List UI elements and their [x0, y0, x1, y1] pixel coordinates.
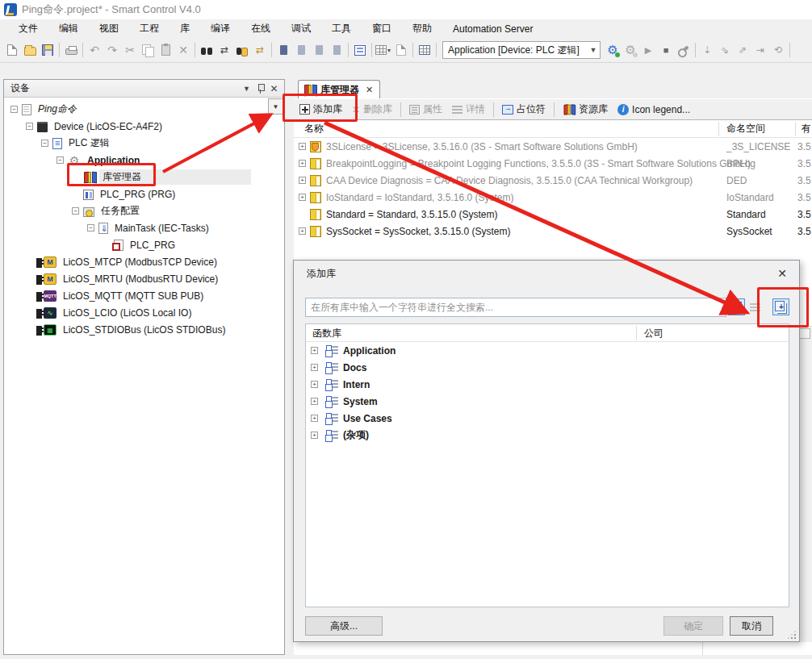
- print-icon[interactable]: [62, 41, 80, 59]
- clear-bookmarks-icon[interactable]: [328, 41, 345, 59]
- copy-icon[interactable]: [139, 41, 157, 59]
- library-row[interactable]: + CAA Device Diagnosis = CAA Device Diag…: [294, 172, 812, 189]
- flat-view-button[interactable]: [747, 298, 764, 315]
- grid-dropdown-icon[interactable]: ▼: [375, 41, 392, 59]
- next-bookmark-icon[interactable]: [310, 41, 328, 59]
- tree-view-toggle-button[interactable]: [728, 298, 745, 315]
- menu-view[interactable]: 视图: [89, 19, 129, 38]
- menu-file[interactable]: 文件: [8, 19, 48, 38]
- tree-item-task-config[interactable]: − 任务配置: [4, 202, 284, 219]
- tree-item-plc-logic[interactable]: − PLC 逻辑: [4, 135, 284, 152]
- column-effective-version[interactable]: 有: [802, 122, 811, 136]
- repository-button[interactable]: 资源库: [559, 101, 612, 118]
- logout-icon[interactable]: ⚙: [622, 41, 639, 59]
- menu-window[interactable]: 窗口: [362, 19, 402, 38]
- new-project-icon[interactable]: [3, 41, 21, 59]
- collapse-icon[interactable]: −: [87, 224, 94, 231]
- column-divider[interactable]: [636, 326, 637, 340]
- tree-quick-select-button[interactable]: ▼: [268, 98, 283, 115]
- save-icon[interactable]: [39, 41, 57, 59]
- column-library[interactable]: 函数库: [312, 327, 341, 340]
- step-into-icon[interactable]: ⇘: [716, 41, 734, 59]
- expand-icon[interactable]: +: [311, 347, 318, 354]
- expand-icon[interactable]: +: [311, 398, 318, 405]
- run-to-cursor-icon[interactable]: ⇥: [751, 41, 769, 59]
- column-divider[interactable]: [795, 122, 796, 136]
- tree-item-plc-prg-call[interactable]: PLC_PRG: [4, 236, 284, 253]
- column-name[interactable]: 名称: [304, 122, 324, 136]
- application-selector[interactable]: Application [Device: PLC 逻辑] ▼: [442, 41, 601, 59]
- expand-icon[interactable]: +: [299, 194, 306, 201]
- expand-icon[interactable]: +: [311, 415, 318, 422]
- menu-project[interactable]: 工程: [129, 19, 170, 38]
- expand-icon[interactable]: +: [311, 432, 318, 439]
- properties-list-icon[interactable]: [351, 41, 369, 59]
- undo-icon[interactable]: ↶: [86, 41, 103, 59]
- menu-online[interactable]: 在线: [241, 19, 281, 38]
- category-row-intern[interactable]: + Intern: [306, 376, 789, 393]
- dialog-close-icon[interactable]: ✕: [773, 265, 791, 282]
- close-icon[interactable]: ✕: [267, 81, 281, 95]
- panel-dropdown-icon[interactable]: ▼: [240, 81, 253, 95]
- menu-help[interactable]: 帮助: [402, 19, 442, 38]
- chevron-down-icon[interactable]: ▼: [587, 46, 600, 54]
- tree-item-maintask[interactable]: − MainTask (IEC-Tasks): [4, 219, 284, 236]
- pin-icon[interactable]: [253, 81, 267, 95]
- category-row-misc[interactable]: + (杂项): [306, 427, 789, 444]
- group-by-category-button[interactable]: [772, 298, 789, 315]
- build-icon[interactable]: [416, 41, 433, 59]
- cancel-button[interactable]: 取消: [730, 616, 773, 636]
- menu-automation-server[interactable]: Automation Server: [442, 21, 543, 37]
- library-row[interactable]: + 3SLicense = 3SLicense, 3.5.16.0 (3S - …: [294, 138, 812, 155]
- column-namespace[interactable]: 命名空间: [726, 122, 765, 136]
- collapse-icon[interactable]: −: [57, 156, 64, 164]
- dialog-title-bar[interactable]: 添加库 ✕: [294, 261, 799, 286]
- advanced-button[interactable]: 高级...: [305, 616, 383, 636]
- category-row-application[interactable]: + Application: [306, 342, 789, 359]
- paste-icon[interactable]: [157, 41, 174, 59]
- expand-icon[interactable]: +: [299, 143, 306, 150]
- start-icon[interactable]: ▶: [639, 41, 657, 59]
- delete-library-button[interactable]: ✕ 删除库: [348, 101, 396, 118]
- tree-item-licos-stdiobus[interactable]: ▦ LicOS_STDIOBus (LicOS STDIOBus): [4, 321, 284, 338]
- step-over-icon[interactable]: ⇣: [698, 41, 716, 59]
- library-row[interactable]: + IoStandard = IoStandard, 3.5.16.0 (Sys…: [294, 189, 812, 206]
- tree-item-project[interactable]: − Ping命令: [4, 101, 284, 118]
- collapse-icon[interactable]: −: [41, 140, 48, 147]
- collapse-icon[interactable]: −: [26, 123, 33, 130]
- properties-button[interactable]: 属性: [405, 101, 446, 118]
- open-project-icon[interactable]: [21, 41, 39, 59]
- icon-legend-button[interactable]: i Icon legend...: [613, 102, 694, 117]
- column-company[interactable]: 公司: [644, 327, 663, 340]
- tree-item-application[interactable]: − ⚙ Application: [4, 152, 284, 169]
- category-row-system[interactable]: + System: [306, 393, 789, 410]
- library-row[interactable]: Standard = Standard, 3.5.15.0 (System) S…: [294, 206, 812, 223]
- expand-icon[interactable]: +: [299, 160, 306, 167]
- category-row-docs[interactable]: + Docs: [306, 359, 789, 376]
- resize-grip[interactable]: [788, 631, 796, 639]
- placeholders-button[interactable]: 占位符: [498, 101, 550, 118]
- library-row[interactable]: + BreakpointLogging = Breakpoint Logging…: [294, 155, 812, 172]
- expand-icon[interactable]: +: [311, 364, 318, 371]
- expand-icon[interactable]: +: [299, 177, 306, 184]
- reset-icon[interactable]: ⟲: [769, 41, 787, 59]
- replace-icon[interactable]: ⇄: [216, 41, 233, 59]
- menu-tools[interactable]: 工具: [321, 19, 362, 38]
- prev-bookmark-icon[interactable]: [292, 41, 310, 59]
- find-in-files-icon[interactable]: [233, 41, 251, 59]
- new-window-icon[interactable]: [392, 41, 410, 59]
- tree-item-licos-mtcp[interactable]: M LicOS_MTCP (ModbusTCP Device): [4, 253, 284, 270]
- menu-library[interactable]: 库: [170, 19, 200, 38]
- login-icon[interactable]: ⚙: [604, 41, 622, 59]
- library-search-input[interactable]: [305, 298, 726, 317]
- details-button[interactable]: 详情: [448, 101, 489, 118]
- expand-icon[interactable]: +: [299, 227, 306, 235]
- menu-debug[interactable]: 调试: [281, 19, 321, 38]
- settings-wrench-icon[interactable]: [675, 41, 693, 59]
- tree-item-device[interactable]: − Device (LicOS-EC-A4F2): [4, 118, 284, 135]
- tree-item-licos-lcio[interactable]: ∿ LicOS_LCIO (LicOS Local IO): [4, 304, 284, 321]
- delete-icon[interactable]: ✕: [174, 41, 192, 59]
- bookmark-icon[interactable]: [274, 41, 292, 59]
- column-divider[interactable]: [718, 122, 719, 136]
- expand-icon[interactable]: +: [311, 381, 318, 388]
